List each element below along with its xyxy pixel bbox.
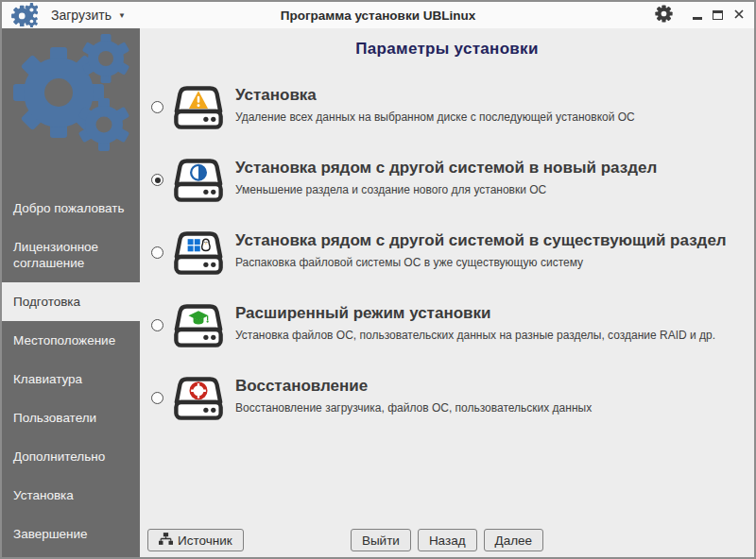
drive-dualboot-icon	[172, 230, 225, 280]
sidebar-item-additional[interactable]: Дополнительно	[2, 437, 140, 476]
back-button[interactable]: Назад	[418, 529, 477, 551]
radio-option-existing-partition[interactable]	[151, 246, 163, 259]
option-row-recovery[interactable]: Восстановление Восстановление загрузчика…	[147, 376, 750, 426]
main-content: Параметры установки Установка Удален	[140, 28, 754, 557]
exit-button-label: Выйти	[362, 534, 400, 548]
sidebar-item-location[interactable]: Местоположение	[2, 321, 140, 360]
titlebar: Загрузить ▼ Программа установки UBLinux	[2, 2, 754, 28]
option-description: Распаковка файловой системы ОС в уже сущ…	[235, 256, 727, 269]
page-title: Параметры установки	[140, 40, 754, 59]
load-menu-button[interactable]: Загрузить ▼	[51, 8, 126, 23]
sidebar-item-installation[interactable]: Установка	[2, 476, 140, 515]
option-row-new-partition[interactable]: Установка рядом с другой системой в новы…	[147, 158, 750, 208]
install-options-list: Установка Удаление всех данных на выбран…	[147, 85, 750, 449]
option-title: Установка рядом с другой системой в новы…	[235, 159, 657, 178]
option-title: Восстановление	[235, 377, 592, 396]
maximize-icon[interactable]	[713, 10, 723, 20]
close-icon[interactable]	[733, 7, 745, 24]
option-row-erase-install[interactable]: Установка Удаление всех данных на выбран…	[147, 85, 750, 135]
minimize-icon[interactable]	[693, 17, 702, 20]
radio-option-erase-install[interactable]	[151, 101, 163, 113]
sidebar-item-preparation[interactable]: Подготовка	[2, 282, 140, 321]
sidebar-item-users[interactable]: Пользователи	[2, 398, 140, 437]
sidebar-item-license[interactable]: Лицензионное соглашение	[2, 228, 140, 282]
load-menu-label: Загрузить	[51, 8, 112, 23]
sidebar-item-finish[interactable]: Завершение	[2, 515, 140, 553]
option-row-advanced-mode[interactable]: Расширенный режим установки Установка фа…	[147, 303, 750, 353]
chevron-down-icon: ▼	[118, 11, 126, 20]
radio-option-recovery[interactable]	[151, 392, 163, 404]
option-description: Установка файлов ОС, пользовательских да…	[235, 329, 715, 342]
sidebar-item-keyboard[interactable]: Клавиатура	[2, 360, 140, 398]
option-description: Уменьшение раздела и создание нового для…	[235, 183, 657, 196]
radio-option-advanced-mode[interactable]	[151, 319, 163, 331]
option-title: Установка рядом с другой системой в суще…	[235, 231, 727, 250]
option-description: Восстановление загрузчика, файлов ОС, по…	[235, 401, 592, 415]
next-button-label: Далее	[495, 534, 533, 548]
next-button[interactable]: Далее	[484, 529, 544, 551]
option-description: Удаление всех данных на выбранном диске …	[235, 110, 635, 124]
exit-button[interactable]: Выйти	[351, 529, 411, 551]
settings-gear-icon[interactable]	[655, 5, 673, 26]
sidebar-logo-gears-icon	[2, 28, 140, 161]
sidebar-menu: Добро пожаловать Лицензионное соглашение…	[2, 189, 140, 553]
option-title: Расширенный режим установки	[235, 304, 715, 323]
option-row-existing-partition[interactable]: Установка рядом с другой системой в суще…	[147, 230, 750, 280]
back-button-label: Назад	[429, 534, 466, 548]
sidebar-item-welcome[interactable]: Добро пожаловать	[2, 189, 140, 228]
installer-window: Загрузить ▼ Программа установки UBLinux	[0, 0, 756, 559]
sidebar: Добро пожаловать Лицензионное соглашение…	[2, 28, 140, 557]
drive-warning-icon	[172, 85, 225, 135]
drive-partition-icon	[172, 158, 225, 208]
radio-option-new-partition[interactable]	[151, 174, 163, 186]
drive-recovery-icon	[172, 376, 225, 426]
option-title: Установка	[235, 86, 635, 105]
drive-advanced-icon	[172, 303, 225, 353]
